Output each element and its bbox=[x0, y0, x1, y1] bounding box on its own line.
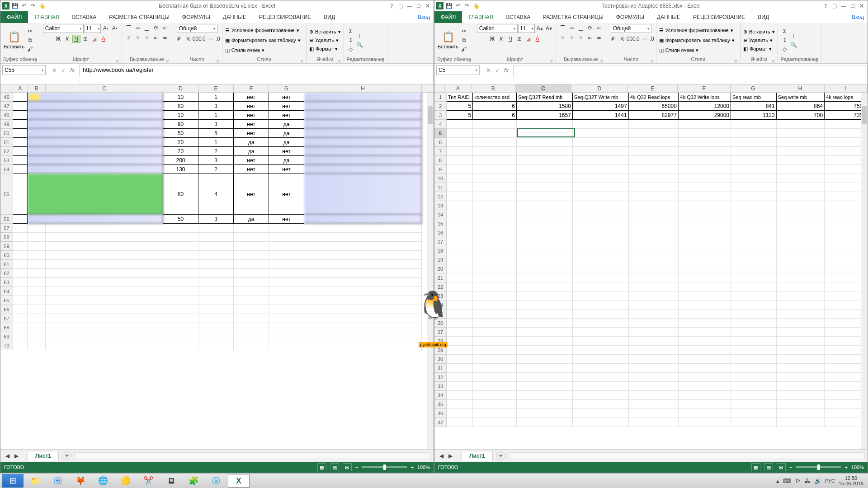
cell[interactable] bbox=[517, 391, 573, 400]
cell[interactable]: 2 bbox=[198, 165, 234, 174]
cell[interactable] bbox=[28, 251, 46, 260]
cell[interactable] bbox=[13, 278, 28, 287]
col-header[interactable]: E bbox=[198, 84, 234, 92]
row-header[interactable]: 54 bbox=[0, 165, 13, 174]
bold-icon[interactable]: Ж bbox=[54, 35, 62, 43]
cell[interactable]: 12000 bbox=[679, 102, 731, 111]
cell[interactable]: 10 bbox=[163, 93, 198, 102]
cell[interactable] bbox=[731, 165, 777, 174]
cell[interactable]: 3 bbox=[198, 120, 234, 129]
cell[interactable] bbox=[269, 224, 304, 233]
cell[interactable] bbox=[629, 129, 679, 138]
horizontal-scrollbar[interactable] bbox=[508, 452, 865, 459]
row-header[interactable]: 58 bbox=[0, 233, 13, 242]
cell[interactable] bbox=[447, 228, 473, 237]
format-as-table-button[interactable]: ▦ Форматировать как таблицу ▾ bbox=[225, 36, 303, 45]
cell[interactable] bbox=[731, 400, 777, 409]
cell[interactable] bbox=[731, 237, 777, 246]
cell[interactable] bbox=[731, 219, 777, 228]
delete-cells-button[interactable]: ⊖ Удалить ▾ bbox=[743, 36, 775, 44]
cell[interactable]: 20 bbox=[163, 147, 198, 156]
cell[interactable] bbox=[46, 323, 163, 332]
insert-cells-button[interactable]: ⊕ Вставить ▾ bbox=[309, 28, 341, 36]
cell[interactable] bbox=[629, 382, 679, 391]
cell[interactable] bbox=[517, 210, 573, 219]
cell[interactable] bbox=[777, 237, 825, 246]
tab-home[interactable]: ГЛАВНАЯ bbox=[462, 11, 500, 23]
cell[interactable] bbox=[473, 264, 517, 273]
normal-view-icon[interactable]: ▦ bbox=[317, 463, 326, 471]
maximize-button[interactable]: ☐ bbox=[415, 2, 423, 9]
cell[interactable] bbox=[198, 332, 234, 341]
cell[interactable] bbox=[198, 224, 234, 233]
select-all-corner[interactable] bbox=[434, 84, 445, 92]
cell[interactable]: 1441 bbox=[573, 111, 629, 120]
row-header[interactable]: 15 bbox=[434, 219, 447, 228]
col-header[interactable]: F bbox=[678, 84, 731, 92]
cell[interactable] bbox=[13, 314, 28, 323]
cell[interactable] bbox=[304, 287, 422, 296]
cell[interactable]: 80 bbox=[163, 102, 198, 111]
cell[interactable] bbox=[629, 228, 679, 237]
cell[interactable]: нет bbox=[269, 111, 304, 120]
cell[interactable] bbox=[234, 323, 269, 332]
cell[interactable] bbox=[28, 332, 46, 341]
worksheet-grid[interactable]: ABCDEFGHI 1Тип RAIDколичество ssdSeq-Q32… bbox=[434, 84, 868, 449]
copy-icon[interactable]: ⧉ bbox=[26, 36, 34, 44]
cell[interactable] bbox=[731, 228, 777, 237]
cell[interactable]: нет bbox=[269, 147, 304, 156]
cell[interactable] bbox=[304, 233, 422, 242]
cell[interactable] bbox=[517, 355, 573, 364]
page-layout-view-icon[interactable]: ▤ bbox=[764, 463, 773, 471]
cell[interactable] bbox=[447, 147, 473, 156]
cell[interactable] bbox=[447, 183, 473, 192]
cell[interactable] bbox=[679, 201, 731, 210]
cell-blurred[interactable]: xxxxxxxxxxxx bbox=[28, 111, 163, 120]
row-header[interactable]: 31 bbox=[434, 364, 447, 373]
row-header[interactable]: 5 bbox=[434, 129, 447, 138]
row-header[interactable]: 7 bbox=[434, 147, 447, 156]
comma-icon[interactable]: 000 bbox=[627, 35, 635, 43]
format-cells-button[interactable]: ◧ Формат ▾ bbox=[743, 45, 775, 53]
cell[interactable] bbox=[447, 165, 473, 174]
cell[interactable] bbox=[517, 337, 573, 346]
cell[interactable]: 1580 bbox=[517, 102, 573, 111]
excel-logo[interactable]: X bbox=[2, 2, 9, 9]
fx-icon[interactable]: fx bbox=[502, 67, 510, 74]
cell[interactable] bbox=[629, 210, 679, 219]
cell[interactable]: 1497 bbox=[573, 102, 629, 111]
row-header[interactable]: 21 bbox=[434, 273, 447, 282]
cell[interactable] bbox=[304, 224, 422, 233]
cell[interactable] bbox=[731, 246, 777, 255]
language-indicator[interactable]: РУС bbox=[825, 478, 835, 483]
cell[interactable]: Seq write mb bbox=[777, 93, 825, 102]
cell-blurred[interactable]: xxxxxxxxxxxx bbox=[28, 174, 163, 215]
cell[interactable] bbox=[447, 364, 473, 373]
file-explorer-icon[interactable]: 📁 bbox=[24, 474, 46, 488]
cell[interactable] bbox=[629, 409, 679, 418]
cell[interactable] bbox=[447, 156, 473, 165]
font-size-dropdown[interactable]: 11▾ bbox=[519, 24, 535, 33]
cell[interactable]: нет bbox=[234, 120, 269, 129]
cell[interactable] bbox=[629, 319, 679, 328]
cell[interactable]: 4k-Q32 Read iops bbox=[629, 93, 679, 102]
cell[interactable] bbox=[629, 120, 679, 129]
cell[interactable] bbox=[777, 183, 825, 192]
cell[interactable] bbox=[517, 291, 573, 300]
skype-icon[interactable]: Ⓢ bbox=[205, 474, 227, 488]
cell[interactable] bbox=[163, 269, 198, 278]
zoom-slider[interactable] bbox=[796, 466, 841, 468]
row-header[interactable]: 16 bbox=[434, 228, 447, 237]
cell[interactable] bbox=[473, 192, 517, 201]
cell[interactable] bbox=[777, 219, 825, 228]
cell-styles-button[interactable]: ◫ Стили ячеек ▾ bbox=[659, 46, 737, 55]
cell[interactable] bbox=[573, 264, 629, 273]
sheet-nav-prev-icon[interactable]: ◀ bbox=[437, 452, 445, 460]
comma-icon[interactable]: 000 bbox=[193, 35, 201, 43]
cell[interactable]: 80 bbox=[163, 174, 198, 215]
sheet-nav-next-icon[interactable]: ▶ bbox=[12, 452, 20, 460]
cell[interactable] bbox=[198, 260, 234, 269]
help-icon[interactable]: ? bbox=[387, 2, 396, 9]
row-header[interactable]: 13 bbox=[434, 201, 447, 210]
cell[interactable] bbox=[777, 264, 825, 273]
